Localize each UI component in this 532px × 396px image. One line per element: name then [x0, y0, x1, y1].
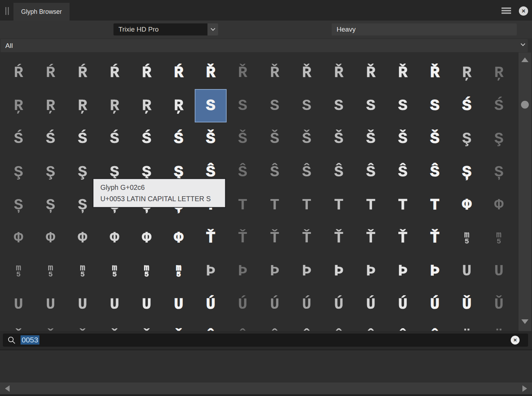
glyph-cell[interactable]: Þ [323, 255, 355, 288]
glyph-cell[interactable]: Ś [131, 122, 162, 155]
glyph-cell[interactable]: Ú [291, 288, 323, 321]
glyph-cell[interactable]: Ś [67, 122, 99, 155]
glyph-cell[interactable]: Û [227, 321, 259, 331]
glyph-cell[interactable]: Ü [483, 321, 515, 331]
glyph-cell[interactable]: Ś [483, 89, 515, 122]
glyph-cell[interactable]: Ś [162, 122, 194, 155]
glyph-cell[interactable]: Ú [195, 288, 227, 321]
glyph-cell[interactable]: Ș [483, 155, 515, 188]
clear-search-icon[interactable]: ✕ [511, 336, 520, 345]
glyph-cell[interactable]: Ф [483, 188, 515, 221]
glyph-cell[interactable]: T [387, 188, 419, 221]
glyph-cell[interactable]: Ŕ [162, 56, 194, 89]
glyph-cell[interactable]: Ф [131, 221, 162, 254]
glyph-cell[interactable]: m5 [131, 255, 162, 288]
glyph-cell[interactable]: m5 [99, 255, 131, 288]
glyph-cell[interactable]: Ŗ [483, 56, 515, 89]
glyph-cell[interactable]: Ŕ [67, 56, 99, 89]
glyph-cell[interactable]: Ф [34, 221, 66, 254]
glyph-cell[interactable]: U [162, 288, 194, 321]
glyph-cell[interactable]: Ǔ [451, 288, 483, 321]
glyph-cell[interactable]: Ŗ [2, 89, 34, 122]
glyph-cell[interactable]: m5 [67, 255, 99, 288]
glyph-cell[interactable]: Ф [2, 221, 34, 254]
glyph-cell[interactable]: Û [355, 321, 387, 331]
glyph-cell[interactable]: Ř [419, 56, 451, 89]
glyph-cell-selected[interactable]: S [195, 89, 227, 122]
close-icon[interactable]: ✕ [519, 6, 528, 16]
glyph-cell[interactable]: Š [419, 122, 451, 155]
glyph-cell[interactable]: Ǔ [2, 321, 34, 331]
glyph-cell[interactable]: Š [323, 122, 355, 155]
scroll-left-icon[interactable] [5, 385, 10, 392]
glyph-cell[interactable]: Ř [227, 56, 259, 89]
glyph-cell[interactable]: Û [419, 321, 451, 331]
glyph-cell[interactable]: Ú [419, 288, 451, 321]
glyph-cell[interactable]: Ф [99, 221, 131, 254]
glyph-cell[interactable]: Ś [99, 122, 131, 155]
glyph-cell[interactable]: Þ [227, 255, 259, 288]
glyph-cell[interactable]: Ǔ [483, 288, 515, 321]
scroll-up-icon[interactable] [521, 57, 528, 62]
scrollbar-thumb[interactable] [521, 101, 529, 109]
glyph-cell[interactable]: m5 [483, 221, 515, 254]
glyph-cell[interactable]: Ŝ [323, 155, 355, 188]
glyph-cell[interactable]: Ŝ [387, 155, 419, 188]
glyph-cell[interactable]: Ŗ [131, 89, 162, 122]
glyph-cell[interactable]: Ŝ [355, 155, 387, 188]
glyph-cell[interactable]: m5 [162, 255, 194, 288]
glyph-cell[interactable]: Ú [323, 288, 355, 321]
font-family-select[interactable]: Trixie HD Pro [113, 23, 207, 35]
glyph-cell[interactable]: Ť [323, 221, 355, 254]
glyph-cell[interactable]: Ú [387, 288, 419, 321]
glyph-cell[interactable]: S [227, 89, 259, 122]
glyph-cell[interactable]: Š [355, 122, 387, 155]
search-input[interactable]: 0053 ✕ [3, 334, 528, 347]
glyph-cell[interactable]: Ť [419, 221, 451, 254]
glyph-cell[interactable]: Ú [355, 288, 387, 321]
glyph-cell[interactable]: Ř [387, 56, 419, 89]
glyph-cell[interactable]: Ť [355, 221, 387, 254]
glyph-cell[interactable]: S [291, 89, 323, 122]
glyph-cell[interactable]: Ś [34, 122, 66, 155]
glyph-cell[interactable]: Û [323, 321, 355, 331]
glyph-cell[interactable]: Ǔ [131, 321, 162, 331]
glyph-cell[interactable]: Š [227, 122, 259, 155]
glyph-cell[interactable]: T [227, 188, 259, 221]
glyph-cell[interactable]: Þ [195, 255, 227, 288]
vertical-scrollbar[interactable] [519, 53, 531, 331]
glyph-cell[interactable]: Ŝ [291, 155, 323, 188]
glyph-cell[interactable]: Ŕ [99, 56, 131, 89]
glyph-cell[interactable]: Ú [259, 288, 290, 321]
glyph-cell[interactable]: Ť [387, 221, 419, 254]
glyph-cell[interactable]: S [323, 89, 355, 122]
glyph-cell[interactable]: Ș [451, 155, 483, 188]
glyph-cell[interactable]: U [451, 255, 483, 288]
font-family-dropdown-button[interactable] [207, 23, 218, 35]
glyph-cell[interactable]: Ŗ [34, 89, 66, 122]
glyph-cell[interactable]: T [259, 188, 290, 221]
glyph-cell[interactable]: Ŝ [419, 155, 451, 188]
glyph-cell[interactable]: Þ [291, 255, 323, 288]
glyph-cell[interactable]: Ś [451, 89, 483, 122]
glyph-cell[interactable]: S [419, 89, 451, 122]
glyph-cell[interactable]: Ș [34, 188, 66, 221]
glyph-cell[interactable]: Š [387, 122, 419, 155]
tab-glyph-browser[interactable]: Glyph Browser [13, 3, 70, 21]
glyph-cell[interactable]: U [99, 288, 131, 321]
glyph-cell[interactable]: Ŝ [259, 155, 290, 188]
glyph-cell[interactable]: Ŗ [67, 89, 99, 122]
glyph-cell[interactable]: Ŕ [131, 56, 162, 89]
glyph-cell[interactable]: Ť [259, 221, 290, 254]
glyph-cell[interactable]: Ș [2, 188, 34, 221]
glyph-cell[interactable]: U [2, 288, 34, 321]
glyph-cell[interactable]: Ř [323, 56, 355, 89]
glyph-cell[interactable]: T [355, 188, 387, 221]
panel-grip-icon[interactable] [5, 7, 10, 15]
glyph-cell[interactable]: Ś [2, 122, 34, 155]
hamburger-menu-icon[interactable] [501, 7, 511, 14]
glyph-cell[interactable]: Ŝ [227, 155, 259, 188]
font-style-select[interactable]: Heavy [332, 23, 517, 35]
glyph-cell[interactable]: Ť [291, 221, 323, 254]
glyph-cell[interactable]: Ǔ [99, 321, 131, 331]
